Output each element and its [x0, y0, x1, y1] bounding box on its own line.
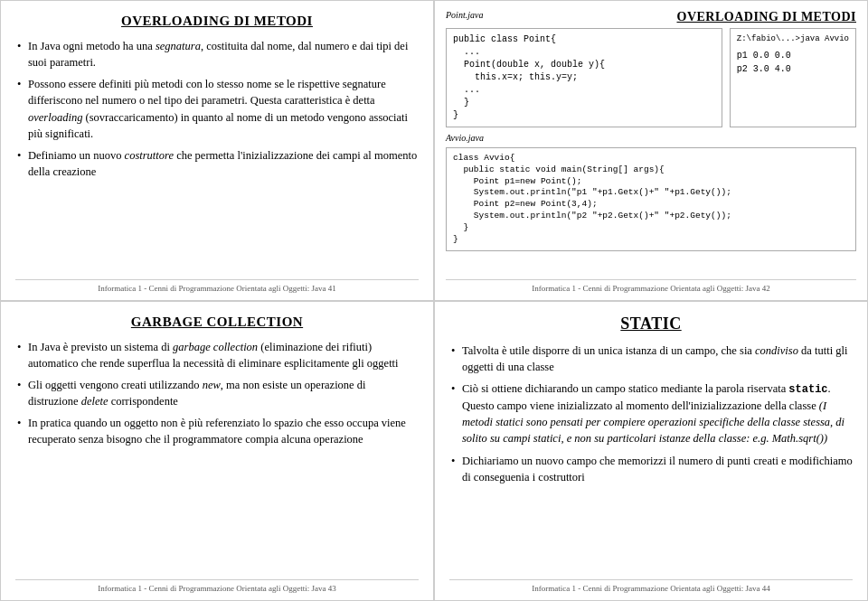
slide-44-content: Talvolta è utile disporre di un unica is… — [449, 343, 853, 580]
output-line-1: p1 0.0 0.0 — [737, 49, 849, 62]
slide-42-title: OVERLOADING DI METODI — [677, 10, 857, 24]
slide-44-title: STATIC — [449, 315, 853, 333]
list-item: In pratica quando un oggetto non è più r… — [15, 415, 419, 447]
file1-label: Point.java — [446, 10, 483, 20]
italic-text: condiviso — [755, 344, 798, 357]
list-item: Dichiariamo un nuovo campo che memorizzi… — [449, 453, 853, 485]
slide-41-content: In Java ogni metodo ha una segnatura, co… — [15, 38, 419, 279]
file2-label: Avvio.java — [446, 133, 856, 143]
italic-note: (I metodi statici sono pensati per compi… — [462, 399, 844, 445]
list-item: Talvolta è utile disporre di un unica is… — [449, 343, 853, 375]
slide-43-footer: Informatica 1 - Cenni di Programmazione … — [15, 579, 419, 593]
slide-44-footer: Informatica 1 - Cenni di Programmazione … — [449, 579, 853, 593]
list-item: Definiamo un nuovo costruttore che perme… — [15, 147, 419, 180]
slide-41-bullets: In Java ogni metodo ha una segnatura, co… — [15, 38, 419, 180]
slide-43-title: GARBAGE COLLECTION — [15, 315, 419, 330]
slide-43-content: In Java è previsto un sistema di garbage… — [15, 339, 419, 580]
slide-41-title: OVERLOADING DI METODI — [15, 14, 419, 29]
slide-44: STATIC Talvolta è utile disporre di un u… — [434, 301, 868, 602]
code-box-2: class Avvio{ public static void main(Str… — [446, 147, 856, 251]
slide-44-bullets: Talvolta è utile disporre di un unica is… — [449, 343, 853, 485]
list-item: In Java ogni metodo ha una segnatura, co… — [15, 38, 419, 70]
italic-text: costruttore — [125, 149, 174, 162]
slide-41-footer: Informatica 1 - Cenni di Programmazione … — [15, 279, 419, 293]
output-box: Z:\fabio\...>java Avvio p1 0.0 0.0 p2 3.… — [730, 28, 856, 127]
code-box-1: public class Point{ ... Point(double x, … — [446, 28, 722, 127]
static-keyword: static — [788, 383, 827, 396]
page-container: OVERLOADING DI METODI In Java ogni metod… — [0, 0, 868, 601]
italic-text: garbage collection — [173, 341, 258, 353]
slide-43: GARBAGE COLLECTION In Java è previsto un… — [0, 301, 434, 602]
output-line-2: p2 3.0 4.0 — [737, 62, 849, 76]
slide-42-footer: Informatica 1 - Cenni di Programmazione … — [446, 279, 856, 293]
code-section-1: public class Point{ ... Point(double x, … — [446, 28, 856, 127]
output-label: Z:\fabio\...>java Avvio — [737, 33, 849, 46]
slide-43-bullets: In Java è previsto un sistema di garbage… — [15, 339, 419, 448]
list-item: In Java è previsto un sistema di garbage… — [15, 339, 419, 371]
slide-41: OVERLOADING DI METODI In Java ogni metod… — [0, 0, 434, 301]
italic-text: delete — [81, 395, 108, 408]
italic-text: new — [203, 379, 221, 391]
italic-text: overloading — [28, 111, 82, 124]
list-item: Possono essere definiti più metodi con l… — [15, 76, 419, 142]
list-item: Gli oggetti vengono creati utilizzando n… — [15, 377, 419, 409]
slide-42: Point.java OVERLOADING DI METODI public … — [434, 0, 868, 301]
italic-text: segnatura — [156, 40, 201, 52]
list-item: Ciò si ottiene dichiarando un campo stat… — [449, 380, 853, 447]
